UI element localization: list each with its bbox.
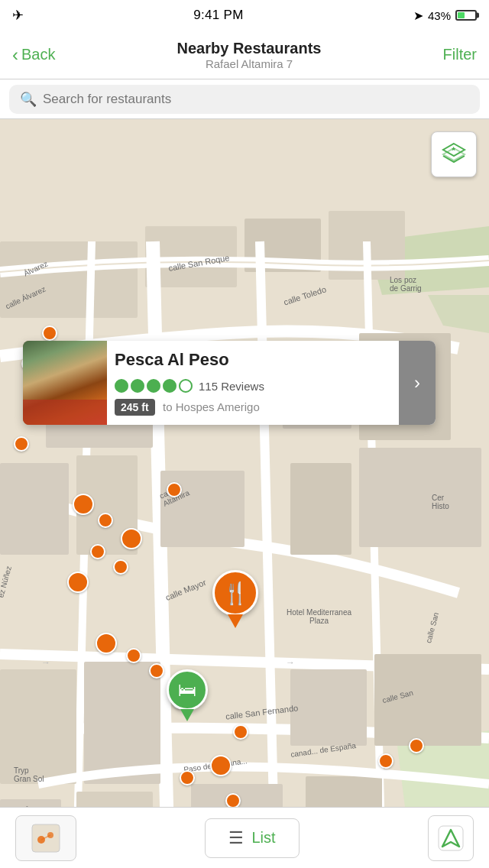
map-pin[interactable] (180, 770, 195, 785)
restaurant-name: Pesca Al Peso (115, 350, 391, 370)
map-pin[interactable] (96, 633, 117, 654)
rating-circles (115, 379, 193, 393)
list-view-button[interactable]: ☰ List (205, 818, 299, 858)
svg-rect-1 (0, 241, 138, 318)
map-pin[interactable] (90, 544, 105, 559)
map-pin[interactable] (98, 513, 113, 528)
list-button-label: List (251, 829, 275, 847)
rating-circle-2 (131, 379, 144, 393)
map-pin[interactable] (113, 559, 128, 575)
map-pin[interactable] (167, 482, 182, 497)
restaurant-rating: 115 Reviews (115, 379, 391, 393)
page-title: Nearby Restaurants (177, 40, 322, 57)
map-mini-icon (31, 823, 61, 853)
hotel-pin[interactable]: 🛏 (167, 669, 208, 721)
restaurant-pin-tail (228, 614, 243, 628)
rating-circle-1 (115, 379, 128, 393)
battery-icon (455, 10, 477, 21)
search-input[interactable] (43, 92, 469, 107)
battery-percent: 43% (428, 9, 451, 22)
svg-rect-19 (290, 669, 367, 746)
map-pin[interactable] (210, 755, 232, 776)
back-label: Back (21, 46, 55, 63)
svg-marker-26 (443, 148, 465, 160)
fork-knife-icon: 🍴 (222, 581, 249, 606)
status-bar: ✈ 9:41 PM ➤ 43% (0, 0, 489, 31)
status-time: 9:41 PM (193, 8, 243, 23)
svg-rect-22 (76, 792, 153, 807)
back-chevron-icon: ‹ (12, 44, 18, 66)
distance-row: 245 ft to Hospes Amerigo (115, 399, 391, 416)
nav-bar: ‹ Back Nearby Restaurants Rafael Altamir… (0, 31, 489, 79)
popup-content: Pesca Al Peso 115 Reviews 245 ft to Hosp… (107, 341, 399, 425)
restaurant-popup-card[interactable]: Pesca Al Peso 115 Reviews 245 ft to Hosp… (23, 341, 436, 425)
map-pin[interactable] (378, 753, 393, 769)
hotel-pin-bubble: 🛏 (167, 669, 208, 711)
map-pin[interactable] (67, 572, 89, 593)
reviews-count: 115 Reviews (199, 380, 264, 393)
search-icon: 🔍 (20, 91, 37, 108)
map-pin[interactable] (121, 528, 142, 549)
svg-text:→: → (41, 657, 50, 668)
svg-rect-24 (306, 776, 382, 807)
rating-circle-5 (179, 379, 193, 393)
svg-text:→: → (286, 657, 295, 668)
rating-circle-3 (147, 379, 160, 393)
back-button[interactable]: ‹ Back (12, 44, 55, 66)
list-lines-icon: ☰ (228, 828, 244, 848)
svg-rect-12 (290, 463, 351, 555)
svg-rect-28 (32, 824, 60, 852)
map-pin[interactable] (126, 648, 141, 663)
rating-circle-4 (163, 379, 176, 393)
fish-market-image (23, 341, 107, 425)
svg-rect-9 (0, 463, 69, 555)
search-bar: 🔍 (0, 79, 489, 119)
map-thumbnail-button[interactable] (15, 815, 76, 861)
map-pin[interactable] (409, 738, 424, 753)
map-area[interactable]: → → → calle San Roque calle Toledo calle… (0, 119, 489, 807)
status-right: ➤ 43% (413, 8, 477, 23)
search-input-wrapper[interactable]: 🔍 (9, 85, 480, 114)
restaurant-thumbnail (23, 341, 107, 425)
page-subtitle: Rafael Altamira 7 (177, 57, 322, 70)
layers-icon (440, 141, 468, 168)
location-icon: ➤ (413, 8, 423, 23)
svg-rect-17 (0, 669, 76, 784)
navigate-icon (438, 825, 464, 851)
map-pin[interactable] (73, 494, 94, 515)
popup-detail-button[interactable]: › (399, 341, 436, 425)
navigation-button[interactable] (428, 815, 474, 861)
battery-fill (458, 12, 465, 18)
map-pin[interactable] (233, 724, 248, 740)
bottom-toolbar: ☰ List (0, 807, 489, 868)
chevron-right-icon: › (414, 372, 420, 394)
map-pin[interactable] (14, 436, 29, 452)
map-pin[interactable] (225, 793, 241, 807)
map-background: → → → (0, 119, 489, 807)
distance-label: to Hospes Amerigo (163, 400, 260, 413)
map-pin[interactable] (42, 326, 57, 341)
bed-icon: 🛏 (178, 679, 196, 701)
map-pin[interactable] (149, 663, 164, 679)
restaurant-pin-bubble: 🍴 (212, 570, 258, 616)
map-layer-button[interactable] (431, 131, 477, 177)
svg-rect-13 (359, 448, 481, 547)
hotel-pin-tail (180, 709, 194, 721)
airplane-mode-icon: ✈ (12, 7, 24, 24)
svg-rect-20 (374, 654, 481, 746)
restaurant-main-pin[interactable]: 🍴 (212, 570, 258, 628)
filter-button[interactable]: Filter (443, 46, 477, 63)
svg-rect-21 (0, 799, 61, 807)
distance-badge: 245 ft (115, 399, 155, 416)
nav-center: Nearby Restaurants Rafael Altamira 7 (177, 40, 322, 70)
